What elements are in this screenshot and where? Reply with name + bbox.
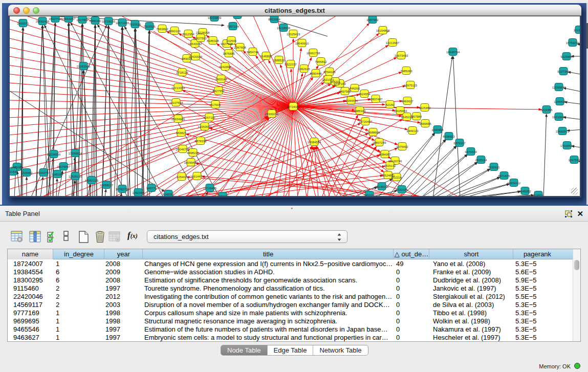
- svg-text:10807487: 10807487: [369, 98, 383, 101]
- svg-text:931541: 931541: [10, 170, 18, 173]
- svg-text:8215956: 8215956: [540, 108, 553, 112]
- svg-text:9084067: 9084067: [379, 153, 391, 156]
- svg-text:10107554: 10107554: [169, 101, 183, 104]
- svg-text:8427552: 8427552: [212, 90, 225, 93]
- svg-text:10120746: 10120746: [388, 160, 402, 163]
- svg-text:9699695: 9699695: [419, 122, 431, 125]
- svg-text:20364436: 20364436: [344, 99, 358, 102]
- svg-text:8813054: 8813054: [268, 18, 280, 21]
- svg-text:1003361: 1003361: [231, 16, 244, 17]
- svg-text:12975115: 12975115: [404, 84, 418, 87]
- svg-text:7632621: 7632621: [488, 166, 500, 169]
- svg-text:945201: 945201: [330, 80, 341, 83]
- svg-text:12342757: 12342757: [37, 171, 51, 174]
- svg-text:16033809: 16033809: [208, 16, 222, 19]
- svg-text:1449123: 1449123: [406, 129, 419, 133]
- svg-text:20046708: 20046708: [176, 148, 190, 151]
- svg-text:15692971: 15692971: [556, 130, 570, 133]
- svg-text:19218506: 19218506: [277, 27, 291, 30]
- svg-text:1615132: 1615132: [384, 164, 396, 167]
- svg-text:17359924: 17359924: [69, 152, 82, 155]
- svg-text:1362615: 1362615: [298, 68, 310, 71]
- svg-text:7515526: 7515526: [143, 25, 156, 28]
- svg-text:8454749: 8454749: [247, 51, 259, 54]
- svg-text:19975867: 19975867: [57, 165, 71, 168]
- svg-text:16210643: 16210643: [552, 116, 566, 119]
- svg-text:20206556: 20206556: [47, 153, 61, 156]
- svg-text:17957225: 17957225: [85, 179, 99, 182]
- svg-text:9242848: 9242848: [219, 65, 231, 69]
- svg-text:20691406: 20691406: [36, 20, 50, 23]
- svg-text:9245052: 9245052: [519, 190, 531, 193]
- svg-text:8878332: 8878332: [194, 140, 207, 143]
- svg-text:8990448: 8990448: [310, 72, 322, 75]
- svg-text:12213967: 12213967: [386, 41, 400, 45]
- svg-text:6794028: 6794028: [323, 71, 336, 74]
- svg-text:16914479: 16914479: [190, 175, 204, 178]
- svg-text:1292346: 1292346: [132, 191, 144, 194]
- svg-text:132546: 132546: [226, 39, 237, 42]
- svg-text:12093872: 12093872: [552, 86, 566, 89]
- svg-text:6966160: 6966160: [89, 19, 101, 23]
- svg-text:3624554: 3624554: [358, 93, 371, 96]
- svg-text:2935114: 2935114: [475, 159, 488, 162]
- svg-text:10958107: 10958107: [100, 184, 114, 187]
- svg-text:989015: 989015: [182, 57, 192, 60]
- svg-text:1171640: 1171640: [217, 195, 229, 196]
- svg-text:16927438: 16927438: [49, 17, 62, 20]
- svg-text:23300295: 23300295: [265, 113, 279, 116]
- svg-text:13325419: 13325419: [287, 33, 300, 36]
- svg-text:10654112: 10654112: [507, 182, 521, 185]
- svg-text:7357224: 7357224: [227, 25, 239, 28]
- svg-text:9474444: 9474444: [465, 150, 477, 154]
- svg-text:16654985: 16654985: [171, 118, 185, 121]
- svg-text:8938923: 8938923: [443, 135, 455, 138]
- svg-text:945779: 945779: [146, 187, 157, 190]
- svg-text:1405571: 1405571: [17, 22, 29, 25]
- svg-text:1112334: 1112334: [574, 29, 580, 32]
- svg-text:8660123: 8660123: [168, 30, 181, 33]
- svg-text:10973493: 10973493: [395, 54, 408, 57]
- svg-text:1485081: 1485081: [11, 166, 23, 169]
- svg-text:18640910: 18640910: [295, 42, 309, 45]
- svg-text:11716485: 11716485: [203, 187, 217, 190]
- svg-text:1075692: 1075692: [396, 145, 408, 148]
- svg-text:8912954: 8912954: [182, 33, 194, 36]
- svg-text:13353594: 13353594: [198, 125, 212, 128]
- svg-text:7955812: 7955812: [315, 60, 327, 63]
- svg-text:5322037: 5322037: [285, 63, 297, 66]
- svg-text:1588520: 1588520: [273, 59, 285, 62]
- svg-text:7663822: 7663822: [156, 28, 168, 31]
- svg-text:7986322: 7986322: [354, 110, 366, 113]
- svg-text:125402: 125402: [177, 176, 187, 179]
- svg-text:2603144: 2603144: [215, 78, 227, 81]
- svg-text:21053346: 21053346: [77, 65, 91, 68]
- svg-text:10025453: 10025453: [394, 110, 407, 113]
- svg-text:16961758: 16961758: [307, 52, 320, 55]
- svg-text:18724007: 18724007: [287, 105, 300, 108]
- svg-text:417006: 417006: [210, 103, 221, 106]
- svg-text:1733426: 1733426: [396, 188, 408, 191]
- svg-text:2718126: 2718126: [176, 71, 188, 74]
- svg-text:924501: 924501: [533, 194, 544, 196]
- svg-text:1640954: 1640954: [431, 128, 444, 132]
- svg-text:746266: 746266: [350, 87, 360, 90]
- svg-text:17016504: 17016504: [560, 144, 574, 147]
- svg-text:9452012: 9452012: [363, 194, 376, 196]
- svg-text:16154808: 16154808: [376, 29, 390, 32]
- svg-text:6497568: 6497568: [339, 90, 351, 93]
- svg-text:16099489: 16099489: [184, 161, 198, 164]
- svg-text:1244415: 1244415: [554, 100, 566, 103]
- svg-text:12505135: 12505135: [69, 175, 82, 178]
- svg-text:7515526: 7515526: [129, 23, 141, 26]
- svg-text:1527602: 1527602: [76, 18, 89, 21]
- svg-text:252214: 252214: [391, 176, 402, 179]
- svg-text:9146821: 9146821: [260, 55, 272, 58]
- svg-text:16543362: 16543362: [188, 42, 202, 46]
- svg-text:9329966: 9329966: [560, 55, 573, 58]
- svg-text:10653267: 10653267: [62, 17, 76, 20]
- svg-text:7485063: 7485063: [400, 70, 412, 73]
- svg-text:966827: 966827: [176, 132, 187, 135]
- svg-text:1167533: 1167533: [569, 159, 580, 162]
- svg-text:2087682: 2087682: [366, 18, 379, 21]
